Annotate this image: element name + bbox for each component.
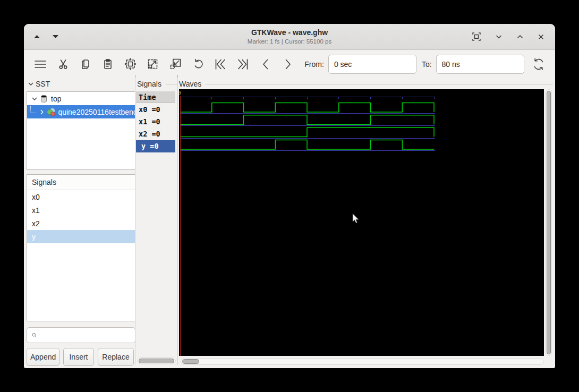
waves-hscrollbar[interactable]: [181, 358, 544, 365]
svg-text:0: 0: [179, 90, 181, 97]
facility-label: x1: [32, 206, 40, 215]
facility-label: x0: [32, 193, 40, 201]
signal-search[interactable]: [27, 327, 135, 343]
replace-button[interactable]: Replace: [98, 348, 134, 366]
time-header[interactable]: Time: [136, 91, 175, 103]
waves-header: Waves: [179, 80, 201, 88]
insert-button[interactable]: Insert: [63, 348, 94, 366]
facility-label: y: [32, 233, 36, 241]
sst-tree: top quine20250116testbenc: [27, 91, 135, 170]
append-button[interactable]: Append: [27, 348, 59, 366]
gtkwave-window: GTKWave - wave.ghw Marker: 1 fs | Cursor…: [24, 24, 555, 368]
signal-name-x0[interactable]: x0 =0: [136, 103, 175, 115]
pane-divider-left[interactable]: [135, 79, 135, 365]
pane-divider-right[interactable]: [177, 79, 178, 365]
signal-name-y[interactable]: y =0: [136, 140, 175, 152]
facility-list-header: Signals: [27, 175, 135, 190]
scrollbar-thumb[interactable]: [547, 91, 551, 354]
facility-row-x2[interactable]: x2: [27, 217, 135, 230]
tree-item-label: quine20250116testbenc: [58, 108, 135, 116]
signals-column: Signals Time x0 =0 x1 =0 x2 =0 y =0: [136, 24, 177, 368]
component-icon: [46, 107, 56, 117]
frame-rule: [206, 84, 553, 84]
facility-label: x2: [32, 219, 40, 228]
module-icon: [40, 95, 48, 103]
expander-down-icon[interactable]: [31, 96, 38, 102]
expander-right-icon[interactable]: [39, 109, 45, 115]
frame-rule: [166, 84, 177, 84]
waves-vscrollbar[interactable]: [546, 89, 552, 356]
signals-column-header: Signals: [137, 80, 161, 88]
signal-name-x2[interactable]: x2 =0: [136, 128, 175, 140]
sst-expander-icon[interactable]: [28, 81, 34, 87]
signals-hscrollbar[interactable]: [137, 357, 176, 364]
waves-panel: Waves 0: [178, 24, 555, 368]
facility-row-y[interactable]: y: [27, 230, 135, 243]
signal-name-x1[interactable]: x1 =0: [136, 115, 175, 127]
scrollbar-thumb[interactable]: [182, 359, 199, 364]
tree-item-label: top: [51, 95, 61, 103]
waveform-plot: 0: [179, 89, 544, 356]
sst-header: SST: [36, 80, 50, 88]
search-icon: [31, 331, 37, 339]
search-input[interactable]: [37, 331, 135, 339]
tree-item-testbench[interactable]: quine20250116testbenc: [27, 105, 135, 118]
tree-guide: [30, 106, 37, 113]
sst-panel: SST top quine20250116testbenc: [27, 24, 137, 368]
facility-row-x0[interactable]: x0: [27, 190, 135, 203]
facility-row-x1[interactable]: x1: [27, 203, 135, 217]
tree-item-top[interactable]: top: [27, 92, 135, 105]
wave-canvas[interactable]: 0: [179, 89, 544, 356]
scrollbar-thumb[interactable]: [139, 359, 174, 363]
mouse-cursor: [352, 213, 360, 224]
facility-list: Signals x0 x1 x2 y: [27, 174, 135, 321]
